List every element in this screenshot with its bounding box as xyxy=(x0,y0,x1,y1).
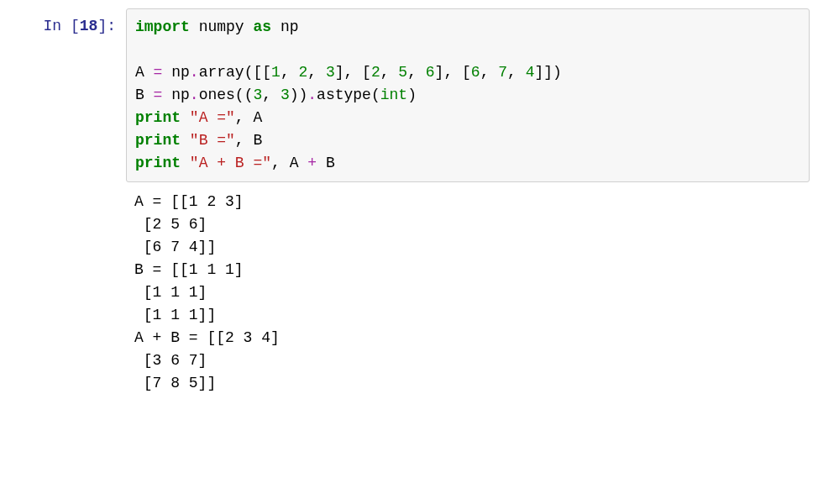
code-line-5: print "A =", A xyxy=(135,107,800,129)
alias-name: np xyxy=(281,18,299,35)
keyword-import: import xyxy=(135,18,190,35)
prompt-open-bracket: [ xyxy=(71,18,80,34)
code-line-7: print "A + B =", A + B xyxy=(135,152,800,175)
keyword-as: as xyxy=(253,18,271,35)
keyword-print: print xyxy=(135,132,181,149)
keyword-print: print xyxy=(135,109,181,126)
output-prompt-spacer xyxy=(8,191,126,197)
code-line-3: A = np.array([[1, 2, 3], [2, 5, 6], [6, … xyxy=(135,61,800,84)
string-literal: "A =" xyxy=(190,109,235,126)
blank-line xyxy=(135,39,800,61)
string-literal: "B =" xyxy=(190,132,235,149)
code-line-4: B = np.ones((3, 3)).astype(int) xyxy=(135,84,800,107)
code-input-area[interactable]: import numpy as np A = np.array([[1, 2, … xyxy=(126,8,810,182)
input-prompt: In [18]: xyxy=(8,8,126,38)
code-line-1: import numpy as np xyxy=(135,16,800,39)
prompt-close-bracket: ]: xyxy=(97,18,116,34)
module-name: numpy xyxy=(199,18,244,35)
code-line-6: print "B =", B xyxy=(135,129,800,152)
prompt-in-label: In xyxy=(44,18,71,34)
keyword-print: print xyxy=(135,155,181,171)
input-cell: In [18]: import numpy as np A = np.array… xyxy=(8,8,810,182)
string-literal: "A + B =" xyxy=(190,155,271,171)
output-cell: A = [[1 2 3] [2 5 6] [6 7 4]] B = [[1 1 … xyxy=(8,191,810,395)
prompt-exec-count: 18 xyxy=(80,18,98,34)
stdout-output: A = [[1 2 3] [2 5 6] [6 7 4]] B = [[1 1 … xyxy=(126,191,810,395)
